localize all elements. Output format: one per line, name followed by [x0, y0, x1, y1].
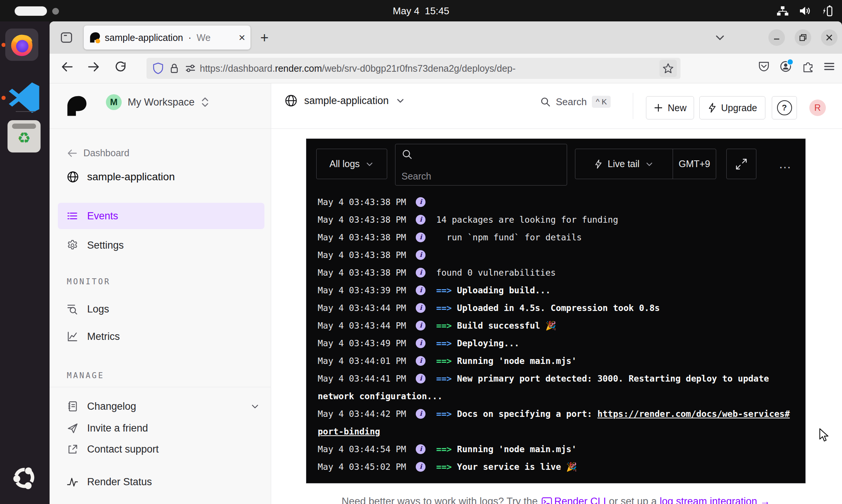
log-body[interactable]: May 4 03:43:38 PMiMay 4 03:43:38 PMi14 p…: [306, 192, 805, 483]
menu-hamburger-icon[interactable]: [823, 61, 835, 72]
info-icon[interactable]: i: [416, 268, 426, 278]
log-entry[interactable]: May 4 03:44:42 PMi==> Docs on specifying…: [318, 405, 795, 441]
system-clock[interactable]: May 4 15:45: [0, 5, 842, 17]
log-entry[interactable]: May 4 03:43:38 PMi14 packages are lookin…: [318, 211, 795, 229]
sidebar-back-dashboard[interactable]: Dashboard: [67, 148, 129, 158]
expand-button[interactable]: [726, 149, 756, 179]
minimize-button[interactable]: [768, 29, 785, 46]
sidebar-item-events[interactable]: Events: [58, 203, 264, 229]
info-icon[interactable]: i: [416, 338, 426, 348]
log-timestamp: May 4 03:43:38 PM: [318, 268, 406, 278]
forward-button[interactable]: [87, 60, 101, 73]
info-icon[interactable]: i: [416, 250, 426, 260]
log-stream-integration-link[interactable]: log stream integration →: [659, 496, 770, 504]
sidebar-item-contact-support[interactable]: Contact support: [58, 437, 264, 461]
expand-icon: [735, 158, 748, 171]
account-icon[interactable]: [780, 60, 792, 72]
log-search-input[interactable]: [401, 171, 515, 182]
log-arrow: ==>: [436, 338, 457, 348]
sidebar-item-invite-friend[interactable]: Invite a friend: [58, 416, 264, 440]
log-filter-dropdown[interactable]: All logs: [316, 149, 387, 179]
reload-button[interactable]: [114, 60, 127, 73]
workspace-switcher[interactable]: M My Workspace: [106, 94, 210, 110]
info-icon[interactable]: i: [416, 462, 426, 472]
log-entry[interactable]: May 4 03:43:44 PMi==> Uploaded in 4.5s. …: [318, 299, 795, 317]
log-entry[interactable]: May 4 03:43:38 PMi: [318, 193, 795, 211]
network-icon: [777, 5, 789, 17]
timezone-button[interactable]: GMT+9: [673, 149, 716, 179]
info-icon[interactable]: i: [416, 356, 426, 366]
log-entry[interactable]: May 4 03:43:49 PMi==> Deploying...: [318, 335, 795, 352]
permissions-icon[interactable]: [185, 63, 196, 74]
log-timestamp: May 4 03:43:44 PM: [318, 303, 406, 313]
sidebar-item-changelog[interactable]: Changelog: [58, 394, 264, 418]
new-button[interactable]: New: [646, 96, 694, 119]
log-timestamp: May 4 03:43:39 PM: [318, 285, 406, 295]
firefox-view-button[interactable]: [59, 31, 74, 44]
help-button[interactable]: ?: [772, 96, 797, 119]
log-timestamp: May 4 03:45:02 PM: [318, 462, 406, 472]
dock-item-vscode[interactable]: [7, 80, 41, 115]
log-entry[interactable]: May 4 03:43:38 PMi run `npm fund` for de…: [318, 229, 795, 246]
info-icon[interactable]: i: [416, 215, 426, 225]
system-tray[interactable]: [777, 5, 833, 17]
log-timestamp: May 4 03:44:01 PM: [318, 356, 406, 366]
pocket-icon[interactable]: [758, 60, 770, 72]
tab-close-icon[interactable]: ×: [238, 32, 245, 43]
url-text[interactable]: https://dashboard.render.com/web/srv-d0b…: [200, 63, 659, 74]
url-bar[interactable]: https://dashboard.render.com/web/srv-d0b…: [146, 58, 681, 79]
live-tail-dropdown[interactable]: Live tail: [575, 149, 673, 179]
dock-item-show-apps[interactable]: [8, 462, 40, 494]
sidebar-item-render-status[interactable]: Render Status: [58, 470, 264, 494]
restore-button[interactable]: [795, 29, 811, 46]
info-icon[interactable]: i: [416, 285, 426, 295]
close-button[interactable]: [821, 29, 837, 46]
info-icon[interactable]: i: [416, 303, 426, 313]
log-entry[interactable]: May 4 03:43:44 PMi==> Build successful 🎉: [318, 317, 795, 335]
info-icon[interactable]: i: [416, 232, 426, 242]
lock-icon[interactable]: [169, 63, 180, 74]
more-options-button[interactable]: …: [772, 149, 798, 179]
info-icon[interactable]: i: [416, 197, 426, 207]
sidebar-item-settings[interactable]: Settings: [58, 233, 264, 257]
log-arrow: ==>: [436, 303, 457, 313]
chart-icon: [67, 331, 78, 342]
log-entry[interactable]: May 4 03:45:02 PMi==> Your service is li…: [318, 458, 795, 476]
tab-list-chevron-icon[interactable]: [714, 32, 726, 43]
live-tail-group: Live tail GMT+9: [575, 149, 716, 179]
log-entry[interactable]: May 4 03:44:41 PMi==> New primary port d…: [318, 370, 795, 405]
sidebar-service-header[interactable]: sample-application: [67, 171, 175, 183]
gear-icon: [67, 240, 78, 251]
info-icon[interactable]: i: [416, 374, 426, 383]
bookmark-star-icon[interactable]: [659, 60, 677, 77]
log-entry[interactable]: May 4 03:44:54 PMi==> Running 'node main…: [318, 441, 795, 458]
info-icon[interactable]: i: [416, 444, 426, 454]
extensions-puzzle-icon[interactable]: [801, 60, 813, 72]
upgrade-button[interactable]: Upgrade: [699, 96, 765, 119]
main-content: All logs: [271, 129, 842, 504]
external-link-icon: [67, 444, 78, 455]
chevron-down-icon: [365, 160, 374, 169]
log-entry[interactable]: May 4 03:43:38 PMifound 0 vulnerabilitie…: [318, 264, 795, 282]
page-content: Dashboard sample-application Events Sett…: [50, 129, 842, 504]
log-search-box[interactable]: [395, 144, 567, 186]
sidebar-item-metrics[interactable]: Metrics: [58, 324, 264, 349]
sidebar-item-logs[interactable]: Logs: [58, 297, 264, 321]
tracking-shield-icon[interactable]: [152, 62, 164, 74]
log-entry[interactable]: May 4 03:43:38 PMi: [318, 246, 795, 264]
render-cli-link[interactable]: Render CLI: [554, 496, 606, 504]
user-avatar[interactable]: R: [809, 100, 826, 116]
info-icon[interactable]: i: [416, 321, 426, 330]
browser-window: sample-application · We × +: [50, 21, 842, 504]
active-tab[interactable]: sample-application · We ×: [84, 26, 250, 50]
log-entry[interactable]: May 4 03:44:01 PMi==> Running 'node main…: [318, 352, 795, 370]
back-button[interactable]: [60, 60, 74, 73]
service-breadcrumb[interactable]: sample-application: [285, 94, 405, 107]
render-logo[interactable]: [65, 95, 87, 117]
info-icon[interactable]: i: [416, 409, 426, 419]
dock-item-trash[interactable]: ♻: [8, 120, 41, 152]
global-search[interactable]: Search ^ K: [540, 96, 611, 108]
log-entry[interactable]: May 4 03:43:39 PMi==> Uploading build...: [318, 282, 795, 299]
dock-item-firefox[interactable]: [5, 29, 38, 61]
new-tab-button[interactable]: +: [255, 28, 274, 47]
